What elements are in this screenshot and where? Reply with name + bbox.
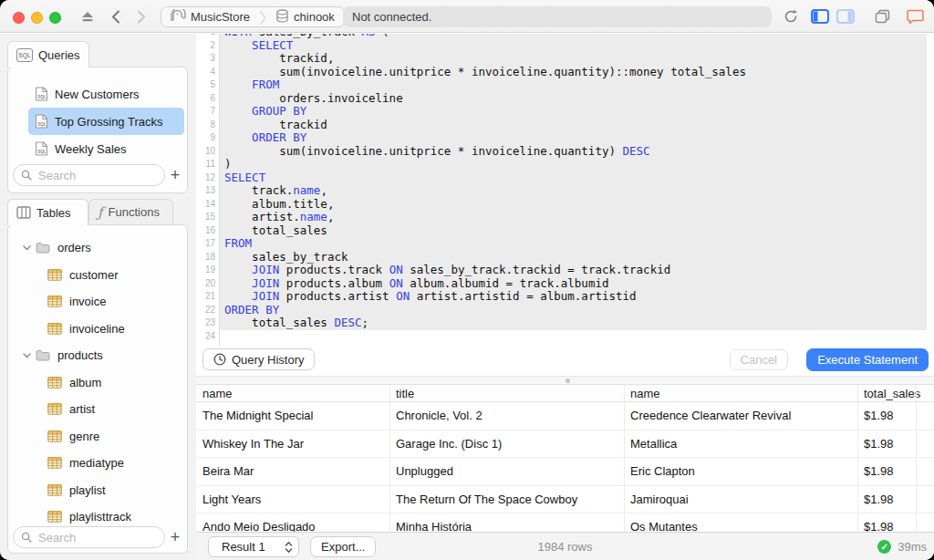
table-cell[interactable]: $1.98 [857, 513, 916, 532]
result-select[interactable]: Result 1 [208, 536, 299, 557]
schema-table-row[interactable]: invoice [8, 288, 187, 316]
tab-tables[interactable]: Tables [7, 199, 88, 225]
query-history-button[interactable]: Query History [202, 348, 315, 370]
table-cell[interactable]: Jamiroquai [624, 486, 857, 514]
table-cell[interactable]: $1.98 [857, 458, 916, 486]
close-window-button[interactable] [13, 12, 25, 24]
execute-statement-button[interactable]: Execute Statement [806, 348, 929, 371]
refresh-button[interactable] [782, 6, 800, 26]
table-cell[interactable]: Ando Meio Desligado [196, 513, 389, 532]
table-cell[interactable]: $1.98 [857, 430, 916, 459]
code-line[interactable]: total_sales DESC; [224, 316, 934, 330]
table-row[interactable]: Ando Meio DesligadoMinha HistóriaOs Muta… [196, 513, 934, 532]
code-line[interactable]: JOIN products.artist ON artist.artistid … [224, 290, 934, 304]
table-label: genre [69, 430, 99, 443]
schema-table-row[interactable]: album [8, 369, 187, 397]
query-search-field[interactable] [13, 164, 165, 186]
new-window-button[interactable] [872, 6, 892, 26]
table-row[interactable]: Light YearsThe Return Of The Space Cowbo… [196, 486, 934, 514]
code-line[interactable]: SELECT [224, 171, 934, 185]
schema-table-row[interactable]: playlist [8, 477, 187, 504]
table-cell[interactable]: Whiskey In The Jar [196, 430, 389, 459]
code-line[interactable] [224, 330, 934, 344]
zoom-window-button[interactable] [49, 12, 61, 24]
schema-table-row[interactable]: invoiceline [8, 316, 187, 343]
back-button[interactable] [108, 6, 124, 26]
table-cell[interactable]: Metallica [624, 430, 857, 459]
table-cell[interactable]: Garage Inc. (Disc 1) [389, 430, 624, 459]
code-line[interactable]: ORDER BY [224, 304, 934, 317]
disconnect-eject-button[interactable] [78, 6, 97, 26]
schema-table-row[interactable]: artist [8, 396, 187, 423]
schema-table-row[interactable]: customer [8, 262, 187, 289]
tab-queries[interactable]: SQL Queries [7, 41, 89, 67]
table-cell[interactable]: Eric Clapton [624, 458, 857, 486]
table-label: invoiceline [69, 322, 125, 336]
title-bar: MusicStore chinook Not connected. [0, 0, 934, 33]
forward-button[interactable] [133, 6, 150, 26]
table-row[interactable]: Whiskey In The JarGarage Inc. (Disc 1)Me… [196, 430, 934, 459]
add-table-button[interactable]: + [165, 527, 185, 547]
feedback-chat-button[interactable] [905, 6, 925, 26]
table-cell[interactable]: Unplugged [389, 458, 624, 486]
pane-splitter[interactable] [196, 376, 934, 385]
code-line[interactable]: orders.invoiceline [224, 92, 934, 106]
toggle-right-sidebar-button[interactable] [835, 6, 856, 26]
table-cell[interactable]: Beira Mar [196, 458, 389, 486]
column-header[interactable]: name [624, 385, 857, 402]
sql-code[interactable]: WITH sales_by_track AS ( SELECT trackid,… [224, 34, 934, 343]
table-cell[interactable]: $1.98 [857, 402, 916, 430]
table-cell[interactable]: Os Mutantes [624, 513, 857, 532]
execution-timing: ✓ 39ms [877, 533, 927, 560]
tab-functions[interactable]: ƒ Functions [88, 199, 173, 225]
code-line[interactable]: artist.name, [224, 211, 934, 224]
column-header[interactable]: total_sales [857, 385, 916, 402]
code-line[interactable]: trackid, [224, 52, 934, 66]
table-cell[interactable]: $1.98 [857, 486, 916, 514]
query-search-input[interactable] [36, 168, 146, 183]
minimize-window-button[interactable] [31, 12, 43, 24]
table-cell[interactable]: The Return Of The Space Cowboy [389, 486, 624, 514]
table-row[interactable]: Beira MarUnpluggedEric Clapton$1.98 [196, 458, 934, 486]
sql-editor[interactable]: 123456789101112131415161718192021222324 … [196, 34, 934, 376]
code-line[interactable]: JOIN products.album ON album.albumid = t… [224, 277, 934, 291]
code-line[interactable]: GROUP BY [224, 105, 934, 119]
column-header[interactable]: title [389, 385, 624, 402]
code-line[interactable]: trackid [224, 119, 934, 132]
table-row[interactable]: The Midnight SpecialChronicle, Vol. 2Cre… [196, 402, 934, 430]
export-button[interactable]: Export... [310, 536, 376, 557]
schema-table-row[interactable]: genre [8, 423, 187, 451]
schema-folder-row[interactable]: products [8, 342, 187, 369]
query-list-item[interactable]: SQL New Customers [28, 80, 184, 108]
code-line[interactable]: sum(invoiceline.unitprice * invoiceline.… [224, 66, 934, 79]
table-cell[interactable]: Chronicle, Vol. 2 [389, 402, 624, 430]
toggle-left-sidebar-button[interactable] [810, 6, 830, 26]
code-line[interactable]: JOIN products.track ON sales_by_track.tr… [224, 264, 934, 277]
code-line[interactable]: sales_by_track [224, 251, 934, 264]
table-cell[interactable]: Light Years [196, 486, 389, 514]
code-line[interactable]: SELECT [224, 39, 934, 53]
code-line[interactable]: FROM [224, 78, 934, 92]
code-line[interactable]: track.name, [224, 184, 934, 198]
breadcrumb-database[interactable]: chinook [266, 7, 344, 26]
query-list-item[interactable]: SQL Top Grossing Tracks [28, 108, 184, 135]
line-number: 5 [196, 78, 215, 92]
code-line[interactable]: ORDER BY [224, 131, 934, 145]
schema-folder-row[interactable]: orders [8, 234, 187, 262]
code-line[interactable]: FROM [224, 237, 934, 251]
query-list-item[interactable]: SQL Weekly Sales [28, 135, 184, 162]
table-search-field[interactable] [13, 526, 165, 548]
code-line[interactable]: album.title, [224, 198, 934, 212]
chevron-down-icon [23, 350, 36, 360]
code-line[interactable]: sum(invoiceline.unitprice * invoiceline.… [224, 145, 934, 159]
table-cell[interactable]: Creedence Clearwater Revival [624, 402, 857, 430]
column-header[interactable]: name [196, 385, 389, 402]
breadcrumb-server[interactable]: MusicStore [161, 7, 259, 26]
table-cell[interactable]: Minha História [389, 513, 624, 532]
code-line[interactable]: total_sales [224, 224, 934, 238]
table-search-input[interactable] [36, 530, 146, 545]
schema-table-row[interactable]: mediatype [8, 450, 187, 477]
add-query-button[interactable]: + [165, 165, 185, 185]
code-line[interactable]: ) [224, 158, 934, 171]
table-cell[interactable]: The Midnight Special [196, 402, 389, 430]
